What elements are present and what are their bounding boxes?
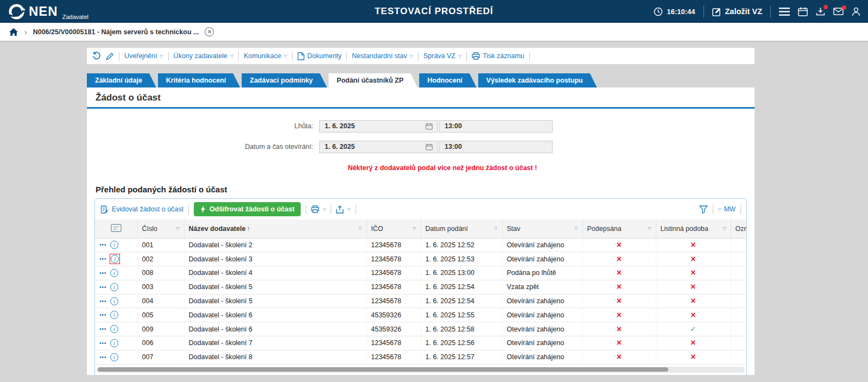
chevron-down-icon: ▽	[230, 54, 233, 59]
close-icon[interactable]: ✕	[205, 27, 214, 36]
view-selector[interactable]: ▽ MW	[718, 205, 736, 213]
print-menu-button[interactable]: ▽	[311, 205, 326, 213]
tab-zakladni-udaje[interactable]: Základní údaje	[87, 73, 156, 87]
register-request-button[interactable]: Evidovat žádost o účast	[100, 205, 183, 214]
tab-vysledek-zadavaciho-postupu[interactable]: Výsledek zadávacího postupu	[478, 73, 597, 87]
cell-datum-podani: 1. 6. 2025 12:54	[421, 294, 502, 308]
calendar-icon[interactable]	[426, 143, 433, 151]
row-menu-icon[interactable]: •••	[99, 326, 106, 332]
downloads-button[interactable]	[816, 7, 825, 16]
info-highlight-box: i	[110, 268, 119, 278]
table-row[interactable]: ••• i 008 Dodavatel - školení 4 12345678	[95, 266, 746, 280]
scrollbar-thumb[interactable]	[98, 367, 668, 372]
row-info-icon[interactable]: i	[110, 325, 118, 333]
toolbar-item-tisk-zaznamu[interactable]: Tisk záznamu	[472, 52, 524, 60]
info-highlight-box: i	[110, 283, 119, 292]
brand[interactable]: NEN Zadavatel	[8, 3, 88, 21]
col-header-datum-podani[interactable]: Datum podání▽	[421, 220, 502, 238]
notification-badge	[842, 5, 846, 10]
toolbar-item-label: Úkony zadavatele	[174, 52, 227, 60]
col-header-nazev-dodavatele[interactable]: Název dodavatele↑ ▽	[184, 220, 366, 238]
home-icon[interactable]	[9, 28, 18, 36]
calendar-button[interactable]	[798, 7, 808, 16]
col-header-cislo[interactable]: Číslo▽	[137, 220, 184, 238]
horizontal-scrollbar[interactable]	[97, 367, 745, 373]
toolbar-item-dokumenty[interactable]: Dokumenty	[297, 52, 341, 60]
cell-datum-podani: 1. 6. 2025 13:00	[421, 266, 502, 280]
filter-dropdown-icon[interactable]: ▽	[358, 226, 362, 231]
cell-datum-podani: 1. 6. 2025 12:52	[421, 238, 502, 252]
filter-dropdown-icon[interactable]: ▽	[494, 226, 497, 231]
tab-hodnoceni[interactable]: Hodnocení	[419, 73, 477, 87]
calendar-icon[interactable]	[426, 123, 433, 130]
cell-cislo: 004	[137, 294, 184, 308]
filter-dropdown-icon[interactable]: ▽	[648, 226, 651, 231]
lhuta-date-field[interactable]: 1. 6. 2025	[319, 120, 438, 133]
column-settings-header[interactable]	[95, 220, 137, 238]
row-info-icon[interactable]: i	[110, 283, 118, 291]
table-row[interactable]: ••• i 001 Dodavatel - školení 2 12345678	[95, 238, 746, 252]
row-menu-icon[interactable]: •••	[99, 354, 106, 360]
table-row[interactable]: ••• i 009 Dodavatel - školení 6 45359326	[95, 322, 746, 336]
oteviran-date-field[interactable]: 1. 6. 2025	[319, 141, 438, 153]
lhuta-time-field[interactable]: 13:00	[439, 120, 553, 133]
row-menu-icon[interactable]: •••	[99, 312, 106, 318]
table-row[interactable]: ••• i 005 Dodavatel - školení 6 45359326	[95, 308, 746, 322]
toolbar-separator	[292, 52, 293, 61]
filter-icon[interactable]	[699, 205, 708, 214]
row-info-icon[interactable]: i	[110, 353, 118, 361]
table-row[interactable]: ••• i 002 Dodavatel - školení 3 12345678	[95, 252, 746, 266]
tab-podani-ucastniku-zp[interactable]: Podání účastníků ZP	[328, 73, 417, 87]
user-menu-button[interactable]	[852, 7, 860, 16]
row-info-icon[interactable]: i	[111, 255, 119, 263]
col-header-podepsana[interactable]: Podepsána▽	[582, 220, 656, 238]
toolbar-item-nestandardni-stav[interactable]: Nestandardní stav ▽	[352, 52, 413, 60]
export-menu-button[interactable]: ▽	[336, 205, 350, 214]
row-menu-icon[interactable]: •••	[99, 340, 106, 346]
table-row[interactable]: ••• i 004 Dodavatel - školení 5 12345678	[95, 294, 746, 308]
filter-dropdown-icon[interactable]: ▽	[574, 226, 578, 231]
cell-nazev-dodavatele: Dodavatel - školení 5	[184, 280, 366, 294]
toolbar-item-ukony-zadavatele[interactable]: Úkony zadavatele ▽	[174, 52, 234, 60]
toolbar-item-sprava-vz[interactable]: Správa VZ ▽	[423, 52, 461, 60]
printer-icon	[472, 52, 480, 60]
row-info-icon[interactable]: i	[110, 269, 118, 277]
col-header-stav[interactable]: Stav▽	[502, 220, 582, 238]
row-info-icon[interactable]: i	[110, 297, 118, 305]
edit-icon[interactable]	[106, 52, 114, 60]
col-header-oznacit[interactable]: Označ	[731, 220, 746, 238]
messages-button[interactable]	[833, 8, 844, 15]
table-row[interactable]: ••• i 007 Dodavatel - školení 8 12345678	[95, 350, 746, 364]
toolbar-separator	[331, 205, 331, 214]
row-menu-icon[interactable]: •••	[99, 242, 106, 248]
info-highlight-box: i	[110, 240, 119, 249]
row-menu-icon[interactable]: •••	[99, 284, 106, 290]
row-menu-icon[interactable]: •••	[99, 270, 106, 276]
toolbar-separator	[529, 52, 530, 61]
row-info-icon[interactable]: i	[110, 311, 118, 319]
column-settings-icon[interactable]	[111, 224, 122, 232]
oteviran-time-field[interactable]: 13:00	[439, 141, 553, 153]
row-info-icon[interactable]: i	[110, 241, 118, 249]
row-menu-icon[interactable]: •••	[99, 298, 106, 304]
tab-kriteria-hodnoceni[interactable]: Kritéria hodnocení	[158, 73, 240, 87]
col-header-ico[interactable]: IČO▽	[366, 220, 421, 238]
col-header-listinna-podoba[interactable]: Listinná podoba▽	[656, 220, 731, 238]
filter-dropdown-icon[interactable]: ▽	[723, 226, 726, 231]
decrypt-requests-button[interactable]: Odšifrovat žádosti o účast	[194, 202, 301, 216]
row-info-icon[interactable]: i	[110, 339, 118, 347]
row-menu-icon[interactable]: •••	[99, 256, 106, 262]
breadcrumb-item[interactable]: N006/25/V00005181 - Nájem serverů s tech…	[33, 28, 199, 36]
create-vz-button[interactable]: Založit VZ	[712, 7, 762, 16]
history-icon[interactable]	[92, 52, 101, 60]
filter-dropdown-icon[interactable]: ▽	[413, 226, 416, 231]
toolbar-item-komunikace[interactable]: Komunikace ▽	[244, 52, 287, 60]
table-row[interactable]: ••• i 006 Dodavatel - školení 7 12345678	[95, 336, 746, 350]
nen-logo-icon	[8, 3, 26, 21]
table-row[interactable]: ••• i 003 Dodavatel - školení 5 12345678	[95, 280, 746, 294]
tab-zadavaci-podminky[interactable]: Zadávací podmínky	[242, 73, 327, 87]
signed-flag-icon	[617, 326, 622, 334]
filter-dropdown-icon[interactable]: ▽	[176, 226, 179, 231]
menu-button[interactable]	[779, 8, 790, 16]
toolbar-item-uverejneni[interactable]: Uveřejnění ▽	[124, 52, 163, 60]
